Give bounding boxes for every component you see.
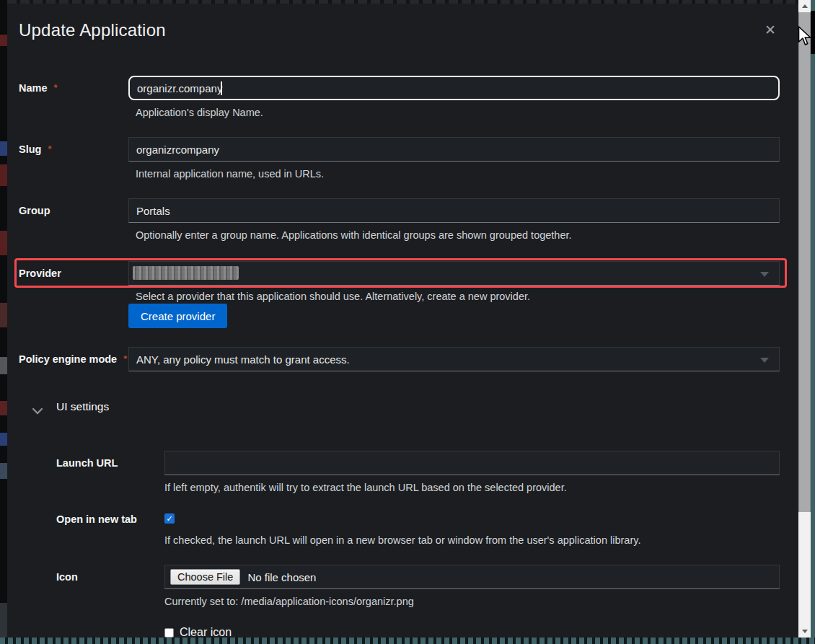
icon-help: Currently set to: /media/application-ico… — [164, 594, 414, 609]
page-bottom-edge — [0, 638, 815, 644]
check-icon: ✓ — [166, 513, 172, 524]
redacted-provider-value — [133, 266, 239, 280]
group-input[interactable] — [128, 198, 780, 223]
group-help: Optionally enter a group name. Applicati… — [136, 228, 572, 242]
dropdown-caret-icon — [760, 358, 769, 363]
modal-title: Update Application — [19, 20, 166, 40]
background-fragment — [0, 401, 7, 415]
open-in-new-tab-help: If checked, the launch URL will open in … — [164, 533, 640, 547]
dropdown-caret-icon — [760, 272, 769, 277]
file-status-text: No file chosen — [247, 571, 316, 583]
clear-icon-label: Clear icon — [180, 625, 232, 638]
ui-settings-header[interactable]: UI settings — [56, 400, 109, 413]
create-provider-button[interactable]: Create provider — [128, 304, 227, 328]
update-application-modal: Update Application ✕ Name* Application's… — [7, 4, 798, 638]
background-fragment — [0, 433, 7, 446]
provider-select[interactable] — [128, 261, 780, 286]
window-right-edge — [811, 0, 815, 644]
open-in-new-tab-label: Open in new tab — [56, 512, 137, 526]
close-icon[interactable]: ✕ — [762, 22, 779, 38]
policy-engine-mode-label-text: Policy engine mode — [19, 353, 117, 365]
clear-icon-checkbox[interactable] — [164, 628, 174, 638]
policy-engine-mode-select[interactable]: ANY, any policy must match to grant acce… — [128, 347, 780, 371]
launch-url-label: Launch URL — [56, 456, 118, 470]
scrollbar-thumb[interactable] — [798, 12, 811, 512]
background-fragment — [0, 303, 7, 327]
icon-label-text: Icon — [56, 571, 78, 583]
slug-label-text: Slug — [19, 144, 41, 155]
name-label-text: Name — [19, 82, 48, 94]
provider-label: Provider — [19, 266, 61, 281]
provider-help: Select a provider that this application … — [136, 289, 530, 304]
name-label: Name* — [19, 81, 58, 96]
background-fragment — [0, 463, 7, 479]
launch-url-label-text: Launch URL — [56, 457, 118, 469]
chevron-down-icon[interactable] — [32, 405, 43, 418]
icon-file-input[interactable]: Choose File No file chosen — [164, 565, 780, 589]
policy-engine-mode-value: ANY, any policy must match to grant acce… — [136, 353, 350, 366]
background-fragment — [0, 141, 7, 156]
open-in-new-tab-checkbox[interactable]: ✓ — [164, 513, 175, 524]
background-fragment — [0, 357, 7, 374]
background-page-sliver — [0, 0, 7, 644]
provider-label-text: Provider — [19, 268, 61, 279]
slug-help: Internal application name, used in URLs. — [136, 167, 324, 181]
window-right-notch — [811, 11, 815, 54]
group-label-text: Group — [19, 205, 50, 216]
launch-url-help: If left empty, authentik will try to ext… — [164, 480, 567, 495]
name-help: Application's display Name. — [136, 105, 263, 120]
required-asterisk: * — [54, 82, 58, 93]
icon-label: Icon — [56, 570, 78, 584]
required-asterisk: * — [48, 144, 51, 154]
open-in-new-tab-label-text: Open in new tab — [56, 513, 137, 525]
policy-engine-mode-label: Policy engine mode* — [19, 352, 127, 367]
arrow-up-icon — [802, 4, 808, 8]
text-cursor — [221, 81, 222, 95]
group-label: Group — [19, 203, 50, 218]
choose-file-button[interactable]: Choose File — [170, 569, 240, 585]
name-input[interactable] — [128, 76, 780, 100]
arrow-down-icon — [802, 630, 808, 633]
background-fragment — [0, 231, 7, 255]
slug-label: Slug* — [19, 142, 51, 157]
required-asterisk: * — [123, 353, 127, 364]
launch-url-input[interactable] — [164, 451, 780, 475]
screenshot-stage: Update Application ✕ Name* Application's… — [0, 0, 815, 644]
background-fragment — [0, 164, 7, 186]
scrollbar-up-button[interactable] — [798, 0, 811, 12]
slug-input[interactable] — [128, 137, 780, 162]
background-fragment — [0, 35, 7, 46]
scrollbar-down-button[interactable] — [798, 625, 811, 638]
